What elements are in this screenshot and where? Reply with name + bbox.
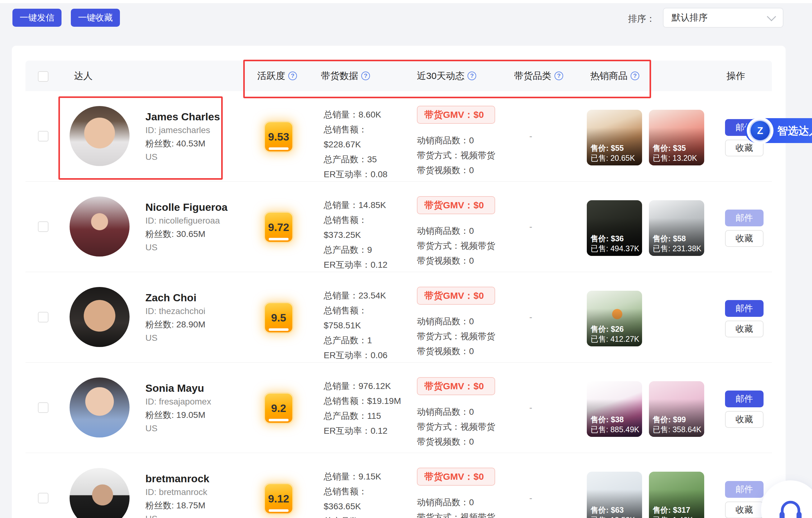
influencer-name[interactable]: bretmanrock bbox=[145, 472, 257, 485]
mail-button[interactable]: 邮件 bbox=[725, 481, 763, 498]
gmv-badge: 带货GMV：$0 bbox=[417, 287, 495, 305]
toolbar: 一键发信 一键收藏 排序： 默认排序 bbox=[0, 3, 812, 40]
influencer-id: ID: thezachchoi bbox=[145, 304, 257, 318]
bulk-send-button[interactable]: 一键发信 bbox=[12, 9, 61, 27]
product-card[interactable]: 售价: $55 已售: 20.65K bbox=[587, 110, 642, 165]
table-row: Sonia Mayu ID: fresajapomex 粉丝数: 19.05M … bbox=[26, 362, 772, 453]
row-checkbox[interactable] bbox=[38, 312, 49, 322]
influencer-country: US bbox=[145, 150, 257, 164]
table-row: Nicolle Figueroa ID: nicollefigueroaa 粉丝… bbox=[26, 182, 772, 272]
activity-score-badge: 9.5 bbox=[265, 303, 292, 332]
avatar[interactable] bbox=[69, 378, 129, 437]
mail-button[interactable]: 邮件 bbox=[725, 390, 763, 407]
actions-cell: 邮件 收藏 bbox=[725, 481, 763, 518]
table-row: James Charles ID: jamescharles 粉丝数: 40.5… bbox=[26, 91, 772, 182]
question-circle-icon[interactable] bbox=[554, 72, 563, 80]
product-card[interactable]: 售价: $99 已售: 358.64K bbox=[649, 381, 704, 437]
column-category: 带货品类 bbox=[514, 61, 563, 91]
favorite-button[interactable]: 收藏 bbox=[725, 411, 763, 428]
influencer-fans: 粉丝数: 19.05M bbox=[145, 408, 257, 421]
smart-select-logo-circle bbox=[747, 117, 774, 144]
influencer-info: Sonia Mayu ID: fresajapomex 粉丝数: 19.05M … bbox=[145, 362, 257, 435]
influencer-info: bretmanrock ID: bretmanrock 粉丝数: 18.75M … bbox=[145, 453, 257, 518]
smart-select-badge[interactable]: 智选达人 bbox=[745, 118, 812, 143]
influencer-name[interactable]: James Charles bbox=[145, 110, 257, 124]
sort-value: 默认排序 bbox=[672, 11, 768, 24]
product-card[interactable]: 售价: $58 已售: 231.38K bbox=[649, 200, 704, 256]
influencer-country: US bbox=[145, 331, 257, 345]
sales-data-cell: 总销量：976.12K 总销售额：$19.19M 总产品数：115 ER互动率：… bbox=[324, 379, 408, 438]
recent-30d-cell: 带货GMV：$0 动销商品数：0 带货方式：视频带货 带货视频数：0 bbox=[417, 287, 513, 359]
question-circle-icon[interactable] bbox=[467, 72, 476, 80]
recent-30d-cell: 带货GMV：$0 动销商品数：0 带货方式：视频带货 bbox=[417, 468, 513, 518]
influencer-country: US bbox=[145, 241, 257, 254]
recent-30d-cell: 带货GMV：$0 动销商品数：0 带货方式：视频带货 带货视频数：0 bbox=[417, 196, 513, 268]
product-card[interactable]: 售价: $26 已售: 412.27K bbox=[587, 291, 642, 346]
product-card[interactable]: 售价: $36 已售: 494.37K bbox=[587, 200, 642, 256]
influencer-fans: 粉丝数: 30.65M bbox=[145, 227, 257, 241]
category-cell: - bbox=[529, 362, 554, 453]
sales-data-cell: 总销量：14.85K 总销售额： $373.25K 总产品数：9 ER互动率：0… bbox=[324, 198, 408, 272]
avatar[interactable] bbox=[69, 196, 129, 256]
row-checkbox[interactable] bbox=[38, 131, 49, 141]
influencer-country: US bbox=[145, 512, 257, 518]
influencer-search-page: 一键发信 一键收藏 排序： 默认排序 达人 活跃度 带货数据 近30天动态 bbox=[0, 0, 812, 518]
category-cell: - bbox=[529, 182, 554, 272]
sales-data-cell: 总销量：23.54K 总销售额： $758.51K 总产品数：1 ER互动率：0… bbox=[324, 288, 408, 363]
actions-cell: 邮件 收藏 bbox=[725, 390, 763, 428]
question-circle-icon[interactable] bbox=[631, 72, 639, 80]
influencer-id: ID: jamescharles bbox=[145, 124, 257, 137]
influencer-fans: 粉丝数: 40.53M bbox=[145, 137, 257, 150]
influencer-info: Nicolle Figueroa ID: nicollefigueroaa 粉丝… bbox=[145, 182, 257, 254]
influencer-id: ID: nicollefigueroaa bbox=[145, 214, 257, 227]
actions-cell: 邮件 收藏 bbox=[725, 210, 763, 247]
category-cell: - bbox=[529, 453, 554, 518]
gmv-badge: 带货GMV：$0 bbox=[417, 377, 495, 395]
product-card[interactable]: 售价: $317 已售: 1.46K bbox=[649, 472, 704, 518]
chevron-down-icon bbox=[767, 12, 776, 21]
column-sales-data: 带货数据 bbox=[321, 61, 370, 91]
influencer-info: James Charles ID: jamescharles 粉丝数: 40.5… bbox=[145, 91, 257, 164]
category-cell: - bbox=[529, 272, 554, 362]
avatar[interactable] bbox=[69, 106, 129, 166]
influencer-fans: 粉丝数: 28.90M bbox=[145, 318, 257, 331]
activity-score-badge: 9.72 bbox=[265, 213, 292, 242]
product-card[interactable]: 售价: $35 已售: 13.20K bbox=[649, 110, 704, 165]
favorite-button[interactable]: 收藏 bbox=[725, 501, 763, 518]
mail-button[interactable]: 邮件 bbox=[725, 210, 763, 226]
row-checkbox[interactable] bbox=[38, 493, 49, 503]
influencer-fans: 粉丝数: 18.75M bbox=[145, 499, 257, 512]
column-influencer: 达人 bbox=[74, 61, 93, 91]
mail-button[interactable]: 邮件 bbox=[725, 300, 763, 317]
sales-data-cell: 总销量：8.60K 总销售额： $228.67K 总产品数：35 ER互动率：0… bbox=[324, 107, 408, 182]
gmv-badge: 带货GMV：$0 bbox=[417, 468, 495, 486]
column-actions: 操作 bbox=[727, 61, 745, 91]
recent-30d-cell: 带货GMV：$0 动销商品数：0 带货方式：视频带货 带货视频数：0 bbox=[417, 377, 513, 449]
select-all-checkbox[interactable] bbox=[38, 71, 49, 82]
favorite-button[interactable]: 收藏 bbox=[725, 321, 763, 337]
avatar[interactable] bbox=[69, 468, 129, 518]
column-hot-products: 热销商品 bbox=[590, 61, 639, 91]
product-card[interactable]: 售价: $63 已售: 12.52K bbox=[587, 472, 642, 518]
influencer-id: ID: fresajapomex bbox=[145, 395, 257, 408]
table-body: James Charles ID: jamescharles 粉丝数: 40.5… bbox=[26, 91, 772, 518]
row-checkbox[interactable] bbox=[38, 221, 49, 232]
influencer-name[interactable]: Nicolle Figueroa bbox=[145, 200, 257, 214]
smart-select-logo-icon bbox=[751, 121, 770, 140]
favorite-button[interactable]: 收藏 bbox=[725, 230, 763, 247]
question-circle-icon[interactable] bbox=[288, 72, 297, 80]
table-row: Zach Choi ID: thezachchoi 粉丝数: 28.90M US… bbox=[26, 272, 772, 362]
recent-30d-cell: 带货GMV：$0 动销商品数：0 带货方式：视频带货 带货视频数：0 bbox=[417, 106, 513, 178]
avatar[interactable] bbox=[69, 287, 129, 347]
bulk-favorite-button[interactable]: 一键收藏 bbox=[71, 9, 120, 27]
question-circle-icon[interactable] bbox=[361, 72, 370, 80]
influencer-name[interactable]: Sonia Mayu bbox=[145, 381, 257, 395]
influencer-id: ID: bretmanrock bbox=[145, 485, 257, 499]
activity-score-badge: 9.12 bbox=[265, 484, 292, 513]
sort-select[interactable]: 默认排序 bbox=[663, 8, 783, 28]
product-card[interactable]: 售价: $38 已售: 885.49K bbox=[587, 381, 642, 437]
gmv-badge: 带货GMV：$0 bbox=[417, 196, 495, 214]
influencer-name[interactable]: Zach Choi bbox=[145, 291, 257, 304]
table-header: 达人 活跃度 带货数据 近30天动态 带货品类 热销商品 操作 bbox=[26, 61, 772, 91]
row-checkbox[interactable] bbox=[38, 402, 49, 413]
